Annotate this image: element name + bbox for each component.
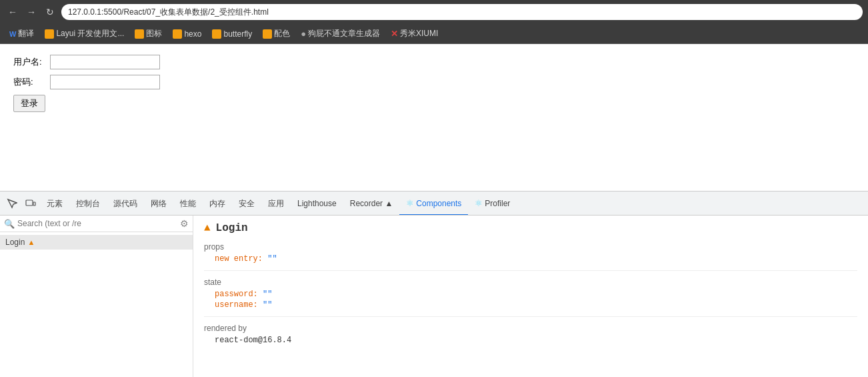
rendered-by-value: react-dom@16.8.4 [215, 336, 857, 345]
bookmarks-bar: W 翻译 Layui 开发使用文... 图标 hexo butterfly 配色… [0, 24, 868, 44]
butterfly-icon [212, 29, 221, 39]
state-password: password: "" [215, 290, 857, 299]
svg-rect-1 [33, 202, 35, 206]
bookmark-icon[interactable]: 图标 [131, 27, 166, 41]
hexo-icon [173, 29, 182, 39]
username-input[interactable] [50, 55, 160, 69]
prop-new-entry: new entry: "" [215, 254, 857, 264]
bookmark-layui[interactable]: Layui 开发使用文... [41, 27, 128, 41]
component-name: Login [216, 222, 248, 234]
tab-recorder[interactable]: Recorder ▲ [343, 192, 400, 216]
tab-components[interactable]: ⚛Components [399, 192, 468, 216]
bookmark-label: 秀米XIUMI [400, 28, 438, 39]
component-tree: Login ▲ [0, 232, 193, 377]
dogfart-icon: ● [301, 29, 306, 39]
rendered-by-label: rendered by [204, 324, 857, 333]
back-button[interactable]: ← [5, 5, 20, 19]
xiumi-icon: ✕ [391, 29, 398, 39]
props-label: props [204, 242, 857, 252]
state-label: state [204, 278, 857, 287]
username-label: 用户名: [13, 56, 50, 68]
components-react-icon: ⚛ [406, 198, 414, 208]
tab-lighthouse[interactable]: Lighthouse [291, 192, 343, 216]
state-rendered-divider [204, 316, 857, 317]
search-icon: 🔍 [4, 219, 15, 229]
tab-security[interactable]: 安全 [232, 192, 261, 216]
props-state-divider [204, 270, 857, 271]
tree-item-label: Login [5, 238, 25, 247]
devtools-panel: 元素 控制台 源代码 网络 性能 内存 安全 应用 Lighthouse Rec… [0, 191, 868, 377]
bookmark-label: 图标 [146, 28, 162, 39]
translate-icon: W [9, 30, 16, 38]
bookmark-xiumi[interactable]: ✕ 秀米XIUMI [387, 27, 442, 41]
bookmark-label: butterfly [223, 29, 252, 39]
responsive-icon-btn[interactable] [21, 194, 40, 213]
state-key-password: password: [215, 290, 263, 299]
component-header: ▲ Login [204, 222, 857, 234]
bookmark-label: 狗屁不通文章生成器 [308, 28, 380, 39]
component-warning-icon: ▲ [204, 222, 211, 234]
search-bar: 🔍 ⚙ [0, 216, 193, 232]
svg-rect-0 [26, 200, 33, 206]
bookmark-label: hexo [184, 29, 201, 39]
state-username: username: "" [215, 300, 857, 310]
tab-application[interactable]: 应用 [261, 192, 291, 216]
responsive-icon [25, 198, 36, 209]
bookmark-label: 配色 [274, 28, 290, 39]
bookmark-label: Layui 开发使用文... [56, 28, 124, 39]
bookmark-label: 翻译 [18, 28, 34, 39]
tab-sources[interactable]: 源代码 [107, 192, 144, 216]
password-row: 密码: [13, 75, 855, 89]
devtools-body: 🔍 ⚙ Login ▲ ▲ Login props new entry: [0, 216, 868, 377]
tab-elements[interactable]: 元素 [40, 192, 69, 216]
browser-toolbar: ← → ↻ [0, 0, 868, 24]
search-input[interactable] [17, 219, 177, 228]
devtools-left-panel: 🔍 ⚙ Login ▲ [0, 216, 193, 377]
tab-profiler[interactable]: ⚛Profiler [468, 192, 517, 216]
forward-button[interactable]: → [24, 5, 39, 19]
tab-memory[interactable]: 内存 [203, 192, 232, 216]
icon-icon [135, 29, 144, 39]
devtools-right-panel: ▲ Login props new entry: "" state passwo… [193, 216, 868, 377]
bookmark-dogfart[interactable]: ● 狗屁不通文章生成器 [297, 27, 384, 41]
bookmark-translate[interactable]: W 翻译 [5, 27, 38, 41]
profiler-react-icon: ⚛ [475, 198, 483, 208]
browser-chrome: ← → ↻ W 翻译 Layui 开发使用文... 图标 hexo butter… [0, 0, 868, 44]
tab-network[interactable]: 网络 [144, 192, 173, 216]
address-bar[interactable] [61, 4, 863, 20]
password-input[interactable] [50, 75, 160, 89]
state-value-password: "" [263, 290, 272, 299]
login-row: 登录 [13, 95, 855, 112]
username-row: 用户名: [13, 55, 855, 69]
bookmark-butterfly[interactable]: butterfly [208, 28, 256, 40]
tree-warning-icon: ▲ [27, 238, 35, 246]
state-key-username: username: [215, 300, 263, 310]
devtools-tabs: 元素 控制台 源代码 网络 性能 内存 安全 应用 Lighthouse Rec… [0, 192, 868, 216]
password-label: 密码: [13, 76, 50, 88]
tab-console[interactable]: 控制台 [69, 192, 107, 216]
bookmark-palette[interactable]: 配色 [259, 27, 294, 41]
state-value-username: "" [263, 300, 272, 310]
layui-icon [45, 29, 54, 39]
prop-value-new-entry: "" [267, 254, 277, 264]
inspect-icon [7, 198, 17, 209]
page-content: 用户名: 密码: 登录 [0, 44, 868, 191]
tab-performance[interactable]: 性能 [173, 192, 203, 216]
palette-icon [263, 29, 272, 39]
prop-key-new-entry: new entry: [215, 254, 267, 264]
settings-icon[interactable]: ⚙ [180, 218, 189, 229]
bookmark-hexo[interactable]: hexo [169, 28, 205, 40]
login-button[interactable]: 登录 [13, 95, 45, 112]
tree-item-login[interactable]: Login ▲ [0, 235, 193, 250]
reload-button[interactable]: ↻ [43, 5, 57, 19]
inspect-icon-btn[interactable] [3, 194, 21, 213]
